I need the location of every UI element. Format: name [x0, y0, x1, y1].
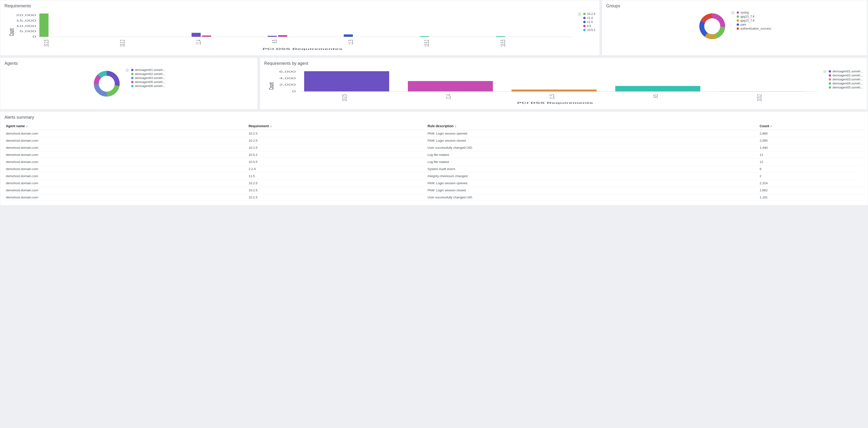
legend-label: demoagent05.someh...: [833, 86, 863, 89]
bar[interactable]: [512, 90, 596, 92]
table-cell: Integrity checksum changed.: [426, 173, 758, 180]
table-cell: 1,161: [758, 194, 864, 201]
legend-label: syslog: [740, 11, 749, 14]
bar[interactable]: [344, 35, 353, 37]
svg-text:0: 0: [32, 35, 36, 38]
alerts-table: Agent name⇅Requirement⇅Rule description⇅…: [4, 122, 864, 201]
svg-text:11.5: 11.5: [548, 94, 555, 99]
donut-slice[interactable]: [712, 13, 725, 27]
legend-label: demoagent01.someh...: [833, 70, 863, 73]
table-row[interactable]: demohost.domain.com10.2.5PAM: Login sess…: [4, 137, 864, 144]
bar[interactable]: [268, 36, 277, 37]
table-header[interactable]: Requirement⇅: [247, 122, 426, 130]
legend-item[interactable]: pam: [737, 23, 772, 26]
donut-slice[interactable]: [107, 71, 120, 86]
donut-slice[interactable]: [94, 84, 106, 97]
svg-text:11.4: 11.4: [444, 94, 452, 99]
table-row[interactable]: demohost.domain.com10.2.5PAM: Login sess…: [4, 187, 864, 194]
legend-label: pam: [740, 23, 746, 26]
legend-item[interactable]: demoagent05.someh...: [131, 80, 167, 84]
legend-label: demoagent03.someh...: [833, 78, 863, 81]
svg-text:5,000: 5,000: [20, 30, 36, 33]
donut-slice[interactable]: [701, 13, 712, 23]
legend-item[interactable]: 11.4: [583, 16, 595, 20]
sort-icon[interactable]: ⇅: [455, 125, 456, 128]
legend-item[interactable]: 10.2.5: [583, 12, 595, 15]
req-by-agent-panel: Requirements by agent 02,0004,0006,00010…: [260, 58, 867, 109]
bar[interactable]: [278, 35, 287, 37]
bar[interactable]: [191, 33, 201, 37]
expand-legend-icon[interactable]: ›: [731, 11, 735, 15]
legend-item[interactable]: syslog: [737, 11, 772, 14]
legend-item[interactable]: demoagent01.someh...: [829, 70, 863, 73]
table-row[interactable]: demohost.domain.com10.2.5User successful…: [4, 144, 864, 151]
table-cell: 2,324: [758, 180, 864, 187]
legend-label: demoagent04.someh...: [833, 82, 863, 85]
legend-item[interactable]: demoagent05.someh...: [829, 86, 863, 89]
bar[interactable]: [304, 71, 389, 92]
legend-item[interactable]: demoagent04.someh...: [829, 82, 863, 85]
legend-item[interactable]: demoagent02.someh...: [829, 74, 863, 77]
legend-label: 11.5: [587, 20, 593, 24]
table-row[interactable]: demohost.domain.com10.2.5User successful…: [4, 194, 864, 201]
table-cell: demohost.domain.com: [4, 187, 247, 194]
table-row[interactable]: demohost.domain.com10.5.5Log file rotate…: [4, 158, 864, 166]
legend-item[interactable]: authentication_success: [737, 27, 772, 30]
svg-text:10.2.5: 10.2.5: [341, 94, 348, 101]
donut-slice[interactable]: [107, 85, 120, 97]
table-row[interactable]: demohost.domain.com2.2.4System Audit eve…: [4, 166, 864, 173]
sort-icon[interactable]: ⇅: [26, 125, 28, 128]
legend-label: 10.5.2: [587, 28, 595, 32]
donut-slice[interactable]: [715, 27, 725, 38]
bar[interactable]: [408, 81, 493, 92]
sort-icon[interactable]: ⇅: [770, 125, 772, 128]
bar[interactable]: [202, 35, 211, 37]
legend-item[interactable]: demoagent01.someh...: [131, 68, 167, 72]
legend-item[interactable]: gpg13_7.8: [737, 15, 772, 18]
table-cell: 11.5: [247, 173, 426, 180]
legend-item[interactable]: 10.5.2: [583, 28, 595, 32]
table-header[interactable]: Rule description⇅: [426, 122, 758, 130]
bar[interactable]: [39, 13, 49, 37]
legend-item[interactable]: demoagent03.someh...: [131, 76, 167, 80]
requirements-panel: Requirements 05,00010,00015,00020,00010.…: [0, 0, 600, 56]
legend-label: demoagent02.someh...: [833, 74, 863, 77]
legend-dot-icon: [583, 29, 586, 31]
table-cell: 10.5.2: [247, 151, 426, 158]
sort-icon[interactable]: ⇅: [270, 125, 272, 128]
groups-panel: Groups › sysloggpg13_7.8gpg13_7.9pamauth…: [602, 0, 867, 56]
legend-item[interactable]: demoagent03.someh...: [829, 78, 863, 81]
legend-item[interactable]: 6.5: [583, 24, 595, 28]
column-label: Requirement: [249, 124, 269, 128]
bar[interactable]: [615, 86, 700, 92]
legend-label: 10.2.5: [587, 12, 595, 15]
legend-label: demoagent06.someh...: [135, 85, 165, 88]
expand-legend-icon[interactable]: ›: [578, 12, 581, 16]
legend-item[interactable]: gpg13_7.9: [737, 19, 772, 22]
legend-item[interactable]: 11.5: [583, 20, 595, 24]
donut-slice[interactable]: [699, 21, 708, 37]
table-row[interactable]: demohost.domain.com10.2.5PAM: Login sess…: [4, 180, 864, 187]
legend-label: demoagent03.someh...: [135, 76, 165, 80]
table-cell: 2: [758, 173, 864, 180]
table-cell: 2,880: [758, 130, 864, 137]
agents-donut-chart: [91, 68, 122, 99]
table-row[interactable]: demohost.domain.com10.2.5PAM: Login sess…: [4, 130, 864, 137]
table-row[interactable]: demohost.domain.com11.5Integrity checksu…: [4, 173, 864, 180]
table-header[interactable]: Count⇅: [758, 122, 864, 130]
svg-text:20,000: 20,000: [16, 14, 36, 17]
alerts-summary-panel: Alerts summary Agent name⇅Requirement⇅Ru…: [0, 111, 868, 205]
legend-item[interactable]: demoagent02.someh...: [131, 72, 167, 76]
expand-legend-icon[interactable]: ›: [823, 70, 827, 73]
table-cell: 10.2.5: [247, 180, 426, 187]
table-header[interactable]: Agent name⇅: [4, 122, 247, 130]
table-cell: 10.2.5: [247, 130, 426, 137]
table-cell: 12: [758, 158, 864, 166]
column-label: Count: [760, 124, 769, 128]
expand-legend-icon[interactable]: ›: [125, 68, 129, 72]
column-label: Rule description: [428, 124, 454, 128]
svg-text:10.5.2: 10.5.2: [423, 40, 430, 46]
table-row[interactable]: demohost.domain.com10.5.2Log file rotate…: [4, 151, 864, 158]
legend-item[interactable]: demoagent06.someh...: [131, 85, 167, 88]
svg-text:10.5.5: 10.5.5: [499, 40, 506, 46]
